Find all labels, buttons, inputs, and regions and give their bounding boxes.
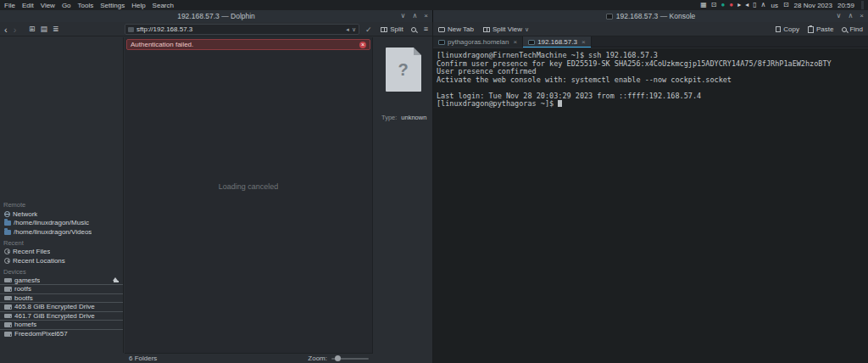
display-icon[interactable]: ⊡ — [711, 2, 717, 8]
url-dropdown-icon[interactable]: ∨ — [352, 26, 356, 33]
clock-date[interactable]: 28 Nov 2023 — [794, 2, 832, 9]
app-grid-icon[interactable]: ▦ — [700, 2, 707, 8]
system-tray: ▦⊡●●▸◂▯∧ us ⊡ 28 Nov 2023 20:59 — [700, 1, 868, 9]
menu-go[interactable]: Go — [62, 2, 71, 9]
terminal-tab[interactable]: pythagoras.homelan× — [433, 36, 523, 47]
search-icon[interactable] — [411, 27, 416, 32]
tab-label: pythagoras.homelan — [448, 38, 509, 46]
location-text[interactable]: sftp://192.168.57.3 — [136, 25, 343, 33]
place-item[interactable]: 461.7 GiB Encrypted Drive — [0, 312, 123, 321]
place-item[interactable]: gamesfs — [0, 276, 123, 286]
clipboard-icon[interactable]: ▯ — [753, 2, 756, 8]
chat-icon[interactable]: ● — [721, 2, 725, 8]
menu-settings[interactable]: Settings — [100, 2, 125, 9]
icons-view-button[interactable]: ⊞ — [29, 25, 36, 33]
back-button[interactable]: ‹ — [4, 25, 8, 34]
paste-button[interactable]: Paste — [808, 25, 833, 33]
drive-icon — [4, 278, 12, 283]
minimize-button[interactable]: ∨ — [401, 13, 406, 20]
konsole-window-controls: ∨ ∧ × — [837, 10, 864, 22]
drive-icon — [4, 296, 12, 301]
place-item[interactable]: /home/linuxdragon/Videos — [0, 227, 123, 237]
url-accept-button[interactable]: ✓ — [365, 22, 372, 36]
place-item[interactable]: 465.8 GiB Encrypted Drive — [0, 303, 123, 312]
place-item[interactable]: rootfs — [0, 285, 123, 294]
terminal-icon — [528, 40, 535, 45]
place-item[interactable]: homefs — [0, 321, 123, 330]
show-desktop-button[interactable] — [861, 1, 864, 9]
folder-count: 6 Folders — [129, 355, 157, 362]
screen-icon[interactable]: ⊡ — [783, 2, 789, 8]
media-icon[interactable]: ▸ — [737, 2, 741, 8]
view-status-message: Loading canceled — [125, 182, 372, 191]
find-button[interactable]: Find — [842, 25, 863, 33]
new-tab-button[interactable]: New Tab — [438, 25, 474, 33]
menu-file[interactable]: File — [4, 2, 15, 9]
details-view-button[interactable]: ≣ — [53, 25, 59, 33]
location-bar[interactable]: sftp://192.168.57.3 ◂ ∨ — [125, 24, 359, 35]
tab-close-icon[interactable]: × — [581, 38, 586, 46]
location-icon — [128, 27, 134, 32]
zoom-slider[interactable] — [331, 358, 369, 360]
banner-close-icon[interactable]: × — [359, 42, 366, 48]
place-label: Network — [13, 210, 37, 218]
place-item[interactable]: Recent Locations — [0, 256, 123, 265]
place-item[interactable]: Network — [0, 209, 123, 219]
place-item[interactable]: /home/linuxdragon/Music — [0, 219, 123, 228]
dolphin-toolbar-right: Split ≡ — [381, 22, 428, 36]
dolphin-titlebar[interactable]: 192.168.57.3 — Dolphin ∨ ∧ × — [0, 10, 432, 22]
konsole-titlebar[interactable]: 192.168.57.3 — Konsole ∨ ∧ × — [433, 10, 868, 22]
konsole-toolbar: New Tab Split View ∨ Copy Paste — [433, 22, 868, 36]
zoom-slider-knob[interactable] — [335, 355, 341, 361]
place-label: homefs — [14, 321, 36, 328]
minimize-button[interactable]: ∨ — [837, 13, 842, 20]
error-banner: Authentication failed. × — [126, 39, 370, 50]
terminal-output[interactable]: [linuxdragon@FirnenTechMachine ~]$ ssh 1… — [433, 48, 868, 363]
forward-button[interactable]: › — [14, 25, 17, 34]
menu-tools[interactable]: Tools — [78, 2, 94, 9]
menu-view[interactable]: View — [41, 2, 55, 9]
terminal-tab[interactable]: 192.168.57.3× — [523, 36, 591, 47]
clock-time[interactable]: 20:59 — [837, 2, 854, 9]
url-clear-icon[interactable]: ◂ — [346, 26, 349, 33]
recording-icon[interactable]: ● — [729, 2, 733, 8]
close-button[interactable]: × — [424, 13, 428, 20]
copy-button[interactable]: Copy — [776, 25, 799, 33]
place-item[interactable]: bootfs — [0, 294, 123, 304]
folder-icon — [4, 221, 11, 226]
tab-close-icon[interactable]: × — [514, 38, 518, 46]
menu-search[interactable]: Search — [153, 2, 174, 9]
keyboard-layout-indicator[interactable]: us — [771, 2, 777, 9]
menu-help[interactable]: Help — [131, 2, 145, 9]
menu-edit[interactable]: Edit — [22, 2, 34, 9]
split-label: Split — [390, 25, 403, 33]
hamburger-menu-icon[interactable]: ≡ — [424, 25, 428, 33]
dolphin-statusbar: 6 Folders Zoom: — [125, 353, 373, 363]
eject-icon[interactable] — [113, 277, 119, 283]
nav-buttons: ‹ › — [4, 22, 16, 36]
drive-icon — [4, 332, 12, 337]
place-label: gamesfs — [14, 276, 40, 284]
place-label: bootfs — [14, 294, 33, 302]
close-button[interactable]: × — [860, 13, 864, 20]
place-item[interactable]: Recent Files — [0, 248, 123, 257]
find-label: Find — [849, 25, 863, 33]
folder-view[interactable]: Authentication failed. × Loading cancele… — [125, 37, 373, 353]
chevron-down-icon: ∨ — [525, 26, 529, 33]
dolphin-window-controls: ∨ ∧ × — [401, 10, 428, 22]
network-icon — [4, 211, 10, 217]
split-view-button[interactable]: Split View ∨ — [483, 25, 529, 33]
split-button[interactable]: Split — [381, 25, 403, 33]
tray-expander-icon[interactable]: ∧ — [761, 2, 766, 8]
compact-view-button[interactable]: ▤ — [41, 25, 48, 33]
konsole-window-title: 192.168.57.3 — Konsole — [616, 12, 696, 20]
maximize-button[interactable]: ∧ — [848, 13, 853, 20]
place-label: rootfs — [14, 285, 31, 293]
maximize-button[interactable]: ∧ — [412, 13, 417, 20]
volume-icon[interactable]: ◂ — [745, 2, 748, 8]
place-item[interactable]: FreedomPixel657 — [0, 330, 123, 339]
find-icon — [842, 27, 847, 32]
terminal-line: Activate the web console with: systemctl… — [437, 76, 865, 85]
dolphin-body: RemoteNetwork/home/linuxdragon/Music/hom… — [0, 37, 432, 353]
drive-icon — [4, 287, 12, 292]
